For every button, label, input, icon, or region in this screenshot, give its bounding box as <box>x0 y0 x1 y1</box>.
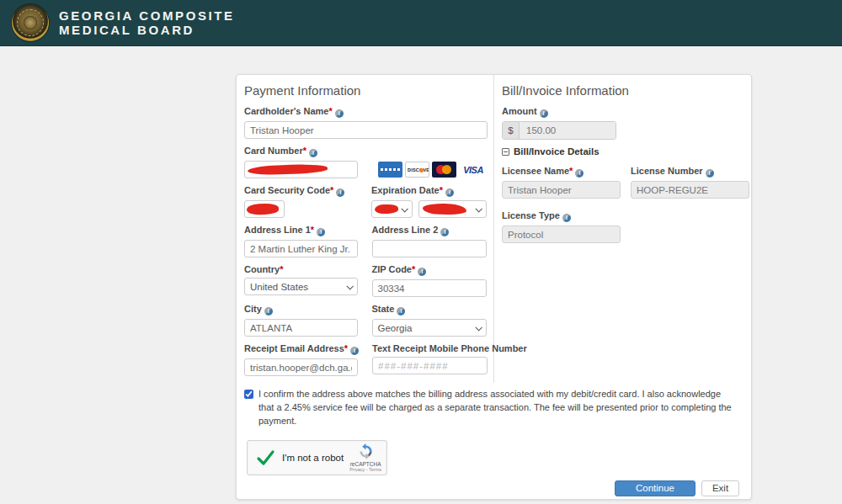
receipt-email-input[interactable] <box>244 358 358 376</box>
country-label: Country* <box>244 264 358 274</box>
recaptcha-branding: reCAPTCHA Privacy - Terms <box>349 443 381 472</box>
info-icon[interactable] <box>309 149 317 157</box>
city-field: City <box>244 304 358 337</box>
payment-information-section: Payment Information Cardholder's Name* C… <box>237 75 494 383</box>
mobile-phone-field: Text Receipt Mobile Phone Number <box>372 343 488 376</box>
licensee-name-field: Licensee Name* <box>502 166 621 199</box>
gcmb-seal-logo <box>12 4 49 41</box>
city-input[interactable] <box>244 319 358 337</box>
info-icon[interactable] <box>335 109 344 118</box>
info-icon[interactable] <box>317 228 325 236</box>
mastercard-icon <box>432 162 456 178</box>
form-actions: Continue Exit <box>244 477 743 496</box>
amex-icon <box>378 162 402 178</box>
mobile-phone-input[interactable] <box>372 357 488 374</box>
receipt-email-field: Receipt Email Address* <box>244 343 358 376</box>
card-number-label: Card Number* <box>244 146 488 157</box>
expiration-date-field: Expiration Date* <box>371 185 487 218</box>
amount-field: Amount $ 150.00 <box>502 106 616 140</box>
address-confirm-text: I confirm the address above matches the … <box>258 388 738 428</box>
info-icon[interactable] <box>336 188 344 197</box>
collapse-icon <box>502 148 509 156</box>
app-title-line2: MEDICAL BOARD <box>59 23 235 37</box>
accepted-cards: DISCOVER VISA <box>378 162 488 178</box>
city-label: City <box>244 304 358 316</box>
visa-icon: VISA <box>459 162 488 178</box>
info-icon[interactable] <box>418 268 426 276</box>
cardholder-name-label: Cardholder's Name* <box>244 106 488 118</box>
recaptcha-privacy-terms[interactable]: Privacy - Terms <box>349 467 381 472</box>
license-type-field: License Type <box>502 210 621 243</box>
mobile-phone-label: Text Receipt Mobile Phone Number <box>372 343 488 353</box>
country-field: Country* United States <box>244 264 358 297</box>
address-line1-input[interactable] <box>244 240 358 257</box>
cardholder-name-field: Cardholder's Name* <box>244 106 488 139</box>
zip-code-label: ZIP Code* <box>372 264 488 276</box>
info-icon[interactable] <box>264 307 273 316</box>
info-icon[interactable] <box>575 169 584 178</box>
state-select[interactable]: Georgia <box>372 319 488 337</box>
discover-icon: DISCOVER <box>405 162 429 178</box>
recaptcha-logo-icon <box>358 443 374 459</box>
bill-invoice-details-toggle[interactable]: Bill/Invoice Details <box>502 146 749 157</box>
zip-code-field: ZIP Code* <box>372 264 488 297</box>
address-line2-field: Address Line 2 <box>372 225 488 257</box>
payment-form-card: Payment Information Cardholder's Name* C… <box>236 74 752 500</box>
license-number-field: License Number <box>631 166 749 199</box>
card-security-code-field: Card Security Code* <box>244 185 357 218</box>
bill-invoice-heading: Bill/Invoice Information <box>502 83 749 98</box>
info-icon[interactable] <box>397 307 405 316</box>
app-header: GEORGIA COMPOSITE MEDICAL BOARD <box>0 0 842 46</box>
recaptcha-checkmark-icon <box>255 448 275 468</box>
app-title: GEORGIA COMPOSITE MEDICAL BOARD <box>59 8 235 37</box>
info-icon[interactable] <box>445 188 454 197</box>
recaptcha-label: I'm not a robot <box>282 453 344 463</box>
address-line1-label: Address Line 1* <box>244 225 358 236</box>
license-type-input <box>502 225 621 243</box>
address-confirm-checkbox[interactable] <box>244 390 253 399</box>
card-security-code-label: Card Security Code* <box>244 185 357 197</box>
info-icon[interactable] <box>350 347 359 355</box>
address-line1-field: Address Line 1* <box>244 225 358 257</box>
continue-button[interactable]: Continue <box>615 480 695 496</box>
license-number-label: License Number <box>631 166 749 178</box>
recaptcha-widget[interactable]: I'm not a robot reCAPTCHA Privacy - Term… <box>247 440 387 475</box>
chevron-down-icon <box>475 324 482 331</box>
amount-label: Amount <box>502 106 616 118</box>
bill-invoice-section: Bill/Invoice Information Amount $ 150.00… <box>494 75 753 383</box>
info-icon[interactable] <box>540 109 548 118</box>
info-icon[interactable] <box>440 228 449 236</box>
card-number-field: Card Number* DISCOVER VISA <box>244 146 488 178</box>
address-line2-label: Address Line 2 <box>372 225 488 236</box>
currency-symbol: $ <box>503 122 520 139</box>
license-number-input <box>631 181 749 199</box>
info-icon[interactable] <box>706 169 714 178</box>
amount-input-group: $ 150.00 <box>502 121 616 140</box>
licensee-name-label: Licensee Name* <box>502 166 621 178</box>
chevron-down-icon <box>475 205 482 212</box>
recaptcha-brand-name: reCAPTCHA <box>349 461 381 467</box>
chevron-down-icon <box>401 205 408 212</box>
confirmation-section: I confirm the address above matches the … <box>237 383 751 496</box>
payment-section-heading: Payment Information <box>244 83 487 98</box>
form-columns: Payment Information Cardholder's Name* C… <box>237 75 751 383</box>
exit-button[interactable]: Exit <box>701 480 739 496</box>
amount-value: 150.00 <box>520 122 616 139</box>
state-field: State Georgia <box>372 304 488 337</box>
license-type-label: License Type <box>502 210 621 222</box>
country-select[interactable]: United States <box>244 278 358 295</box>
state-label: State <box>372 304 488 316</box>
info-icon[interactable] <box>562 214 571 222</box>
app-title-line1: GEORGIA COMPOSITE <box>59 8 235 23</box>
cardholder-name-input[interactable] <box>244 121 488 139</box>
zip-code-input[interactable] <box>372 279 488 297</box>
address-line2-input[interactable] <box>372 240 488 257</box>
licensee-name-input <box>502 181 621 199</box>
receipt-email-label: Receipt Email Address* <box>244 343 358 355</box>
chevron-down-icon <box>346 283 353 289</box>
expiration-date-label: Expiration Date* <box>371 185 487 197</box>
